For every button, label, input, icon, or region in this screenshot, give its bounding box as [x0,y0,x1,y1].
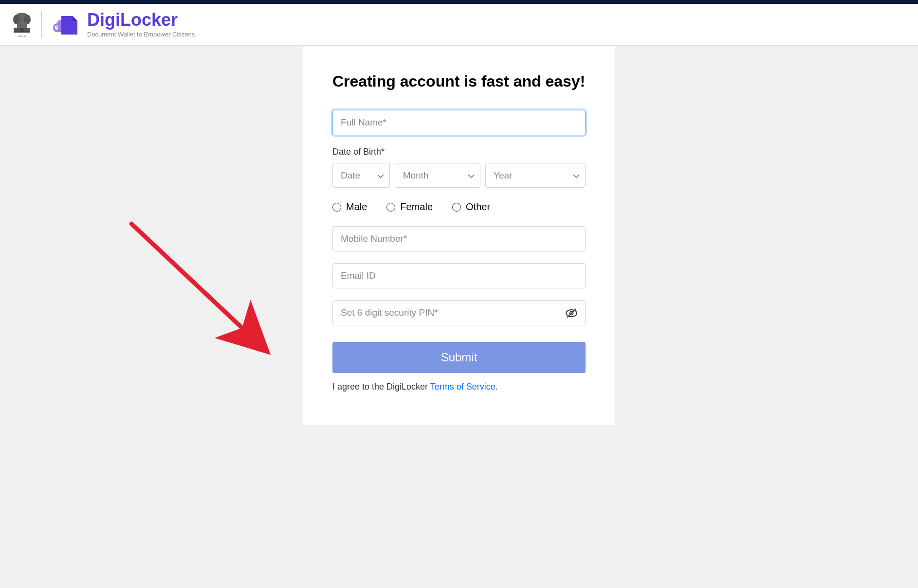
svg-text:सत्यमेव जयते: सत्यमेव जयते [17,35,27,37]
pin-input[interactable] [332,300,586,325]
mobile-input[interactable] [332,226,586,251]
email-input[interactable] [332,263,586,288]
dob-label: Date of Birth* [332,147,586,157]
dob-date-select[interactable]: Date [332,163,390,188]
svg-point-10 [56,26,57,27]
agree-prefix: I agree to the DigiLocker [332,382,430,392]
main-content: Creating account is fast and easy! Date … [0,46,918,425]
dob-row: Date Month Year [332,163,586,188]
agree-suffix: . [496,382,498,392]
submit-button[interactable]: Submit [332,342,586,373]
gender-female-radio[interactable]: Female [386,201,433,213]
radio-icon [386,203,395,212]
dob-month-select[interactable]: Month [395,163,480,188]
brand-name: DigiLocker [87,11,195,29]
eye-off-icon[interactable] [565,308,578,321]
header: सत्यमेव जयते DigiLocker Document Wallet … [0,4,918,46]
india-emblem-icon: सत्यमेव जयते [10,9,34,40]
gender-row: Male Female Other [332,201,586,213]
terms-link[interactable]: Terms of Service [430,382,496,392]
radio-icon [332,203,341,212]
brand-text: DigiLocker Document Wallet to Empower Ci… [87,11,195,38]
dob-year-select[interactable]: Year [485,163,586,188]
gender-female-label: Female [400,201,433,213]
top-accent-bar [0,0,918,4]
gender-male-label: Male [346,201,367,213]
form-title: Creating account is fast and easy! [332,72,586,90]
svg-point-5 [20,28,24,32]
svg-rect-6 [14,31,30,33]
radio-icon [452,203,461,212]
gender-male-radio[interactable]: Male [332,201,367,213]
fullname-input[interactable] [332,110,586,135]
brand-tagline: Document Wallet to Empower Citizens [87,31,195,38]
signup-form: Creating account is fast and easy! Date … [303,46,615,425]
gender-other-radio[interactable]: Other [452,201,490,213]
svg-rect-3 [17,22,27,28]
gender-other-label: Other [466,201,490,213]
agree-text: I agree to the DigiLocker Terms of Servi… [332,382,586,392]
cloud-document-icon [49,10,83,39]
logo[interactable]: DigiLocker Document Wallet to Empower Ci… [49,10,195,39]
header-divider [41,11,42,38]
